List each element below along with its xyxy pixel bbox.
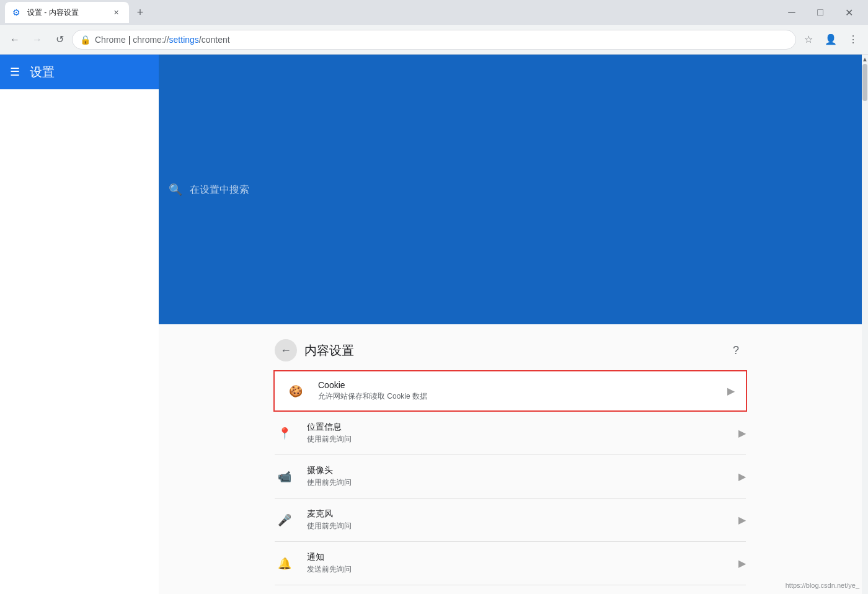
page-header-left: ← 内容设置 (275, 339, 354, 361)
browser-tab[interactable]: ⚙ 设置 - 内容设置 ✕ (5, 2, 129, 23)
location-subtitle: 使用前先询问 (307, 434, 726, 445)
cookie-arrow: ▶ (727, 385, 735, 397)
tab-title: 设置 - 内容设置 (27, 7, 105, 18)
address-scheme: chrome:// (133, 35, 169, 45)
account-button[interactable]: 👤 (821, 30, 841, 50)
settings-item-cookie[interactable]: Cookie 允许网站保存和读取 Cookie 数据 ▶ (273, 370, 747, 412)
location-icon (275, 423, 294, 443)
browser-window: ⚙ 设置 - 内容设置 ✕ + ─ □ ✕ ← → ↺ 🔒 Chrome | c… (0, 0, 868, 594)
notifications-arrow: ▶ (738, 557, 746, 569)
settings-sidebar: ☰ 设置 (0, 55, 159, 594)
sidebar-title: 设置 (30, 64, 55, 81)
scrollbar-track[interactable] (862, 63, 868, 593)
location-title: 位置信息 (307, 422, 726, 433)
microphone-icon (275, 510, 294, 530)
maximize-button[interactable]: □ (806, 0, 835, 25)
sidebar-top-bar: ☰ 设置 (0, 55, 159, 89)
location-arrow: ▶ (738, 427, 746, 439)
camera-arrow: ▶ (738, 471, 746, 482)
notifications-subtitle: 发送前先询问 (307, 564, 726, 575)
content-settings-page: ← 内容设置 ? Cookie 允许网站保存和读取 Cookie 数据 (262, 324, 758, 594)
content-area: ☰ 设置 🔍 ← 内容设置 (0, 55, 868, 594)
right-panel: 🔍 ← 内容设置 ? (159, 55, 862, 594)
nav-right-actions: ☆ 👤 ⋮ (799, 30, 863, 50)
window-controls: ─ □ ✕ (777, 0, 863, 25)
cookie-title: Cookie (318, 380, 715, 390)
scrollbar-thumb[interactable] (862, 64, 867, 101)
close-button[interactable]: ✕ (835, 0, 863, 25)
cookie-content: Cookie 允许网站保存和读取 Cookie 数据 (318, 380, 715, 402)
page-header: ← 内容设置 ? (262, 324, 758, 371)
settings-item-microphone[interactable]: 麦克风 使用前先询问 ▶ (275, 499, 746, 542)
new-tab-button[interactable]: + (131, 4, 149, 21)
microphone-title: 麦克风 (307, 508, 726, 520)
address-suffix: /content (199, 35, 230, 45)
notifications-content: 通知 发送前先询问 (307, 552, 726, 575)
title-bar-left: ⚙ 设置 - 内容设置 ✕ + (5, 2, 777, 23)
tab-close-button[interactable]: ✕ (110, 7, 122, 18)
main-content: ← 内容设置 ? Cookie 允许网站保存和读取 Cookie 数据 (159, 324, 862, 594)
browser-scrollbar[interactable]: ▲ (862, 55, 868, 594)
back-button[interactable]: ← (5, 30, 25, 50)
microphone-content: 麦克风 使用前先询问 (307, 508, 726, 531)
secure-icon: 🔒 (80, 35, 90, 45)
settings-item-notifications[interactable]: 通知 发送前先询问 ▶ (275, 542, 746, 585)
address-text: Chrome | chrome://settings/content (95, 35, 788, 45)
title-bar: ⚙ 设置 - 内容设置 ✕ + ─ □ ✕ (0, 0, 868, 25)
settings-list: Cookie 允许网站保存和读取 Cookie 数据 ▶ 位置信息 使用前先询问 (262, 370, 758, 594)
reload-button[interactable]: ↺ (50, 30, 69, 50)
cookie-icon (286, 381, 306, 401)
forward-button[interactable]: → (27, 30, 47, 50)
scrollbar-up-arrow[interactable]: ▲ (862, 56, 868, 63)
settings-item-location[interactable]: 位置信息 使用前先询问 ▶ (275, 412, 746, 455)
menu-button[interactable]: ⋮ (843, 30, 863, 50)
camera-title: 摄像头 (307, 465, 726, 476)
search-icon: 🔍 (169, 183, 182, 197)
hamburger-icon[interactable]: ☰ (10, 65, 20, 79)
camera-content: 摄像头 使用前先询问 (307, 465, 726, 488)
address-path: settings (169, 35, 199, 45)
navigation-bar: ← → ↺ 🔒 Chrome | chrome://settings/conte… (0, 25, 868, 55)
address-bar[interactable]: 🔒 Chrome | chrome://settings/content (72, 30, 796, 50)
settings-item-camera[interactable]: 摄像头 使用前先询问 ▶ (275, 455, 746, 499)
notifications-title: 通知 (307, 552, 726, 563)
page-title: 内容设置 (304, 342, 354, 359)
location-content: 位置信息 使用前先询问 (307, 422, 726, 445)
watermark: https://blog.csdn.net/ye_ (786, 582, 859, 589)
page-back-button[interactable]: ← (275, 339, 297, 361)
microphone-subtitle: 使用前先询问 (307, 521, 726, 531)
tab-favicon: ⚙ (12, 7, 22, 17)
minimize-button[interactable]: ─ (777, 0, 806, 25)
notifications-icon (275, 554, 294, 574)
settings-item-javascript[interactable]: JavaScript 允许 ▶ (275, 585, 746, 594)
cookie-subtitle: 允许网站保存和读取 Cookie 数据 (318, 391, 715, 402)
search-bar: 🔍 (159, 55, 862, 324)
search-input[interactable] (190, 184, 852, 195)
camera-icon (275, 467, 294, 487)
camera-subtitle: 使用前先询问 (307, 477, 726, 488)
bookmark-button[interactable]: ☆ (799, 30, 818, 50)
address-chrome: Chrome (95, 35, 126, 45)
microphone-arrow: ▶ (738, 514, 746, 526)
sidebar-header: ☰ 设置 (0, 55, 64, 89)
help-icon[interactable]: ? (726, 340, 746, 360)
